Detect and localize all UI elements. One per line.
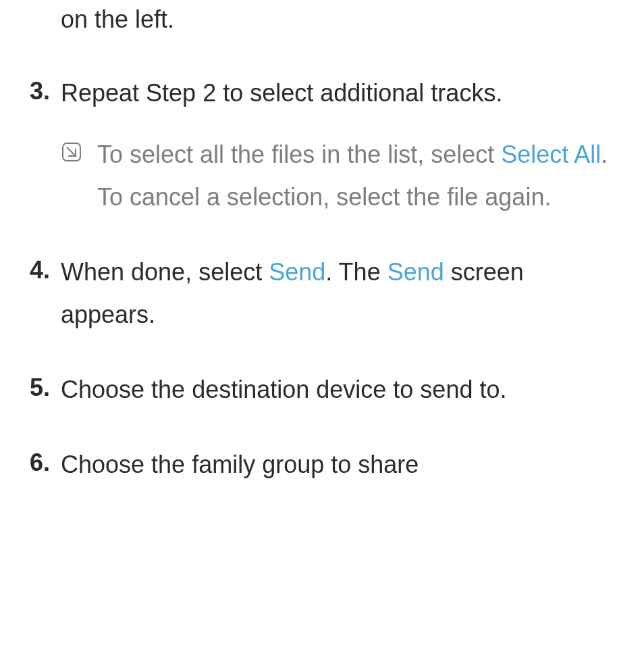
text-fragment: Choose the family group to share [61,451,419,478]
highlight-fragment: Send [387,258,444,286]
step-body: 4. When done, select Send. The Send scre… [27,251,617,336]
step-number: 6. [27,443,57,482]
step-4: 4. When done, select Send. The Send scre… [27,251,617,336]
step-number: 5. [27,368,57,407]
svg-line-1 [67,147,76,157]
step-content: When done, select Send. The Send screen … [57,251,617,336]
text-fragment: Choose the destination device to send to… [61,376,506,403]
step-body: 5. Choose the destination device to send… [27,368,617,411]
step-5: 5. Choose the destination device to send… [27,368,617,411]
note-highlight: Select All [501,141,601,168]
step-content: Choose the family group to share [57,443,617,486]
document-page: on the left. 3. Repeat Step 2 to select … [0,0,644,486]
intro-fragment: on the left. [61,0,617,39]
step-6: 6. Choose the family group to share [27,443,617,486]
note-icon [61,133,88,163]
step-3: 3. Repeat Step 2 to select additional tr… [27,72,617,218]
highlight-fragment: Send [269,258,325,286]
note-text: To select all the files in the list, sel… [97,141,501,168]
intro-text: on the left. [61,5,174,33]
text-fragment: Repeat Step 2 to select additional track… [61,79,502,107]
step-number: 4. [27,251,57,290]
step-content: Repeat Step 2 to select additional track… [57,72,617,114]
step-number: 3. [27,72,57,111]
step-content: Choose the destination device to send to… [57,368,617,411]
note: To select all the files in the list, sel… [61,133,617,218]
step-body: 3. Repeat Step 2 to select additional tr… [27,72,617,114]
step-body: 6. Choose the family group to share [27,443,617,486]
text-fragment: . The [325,258,387,286]
text-fragment: When done, select [61,258,269,286]
note-content: To select all the files in the list, sel… [88,133,617,218]
